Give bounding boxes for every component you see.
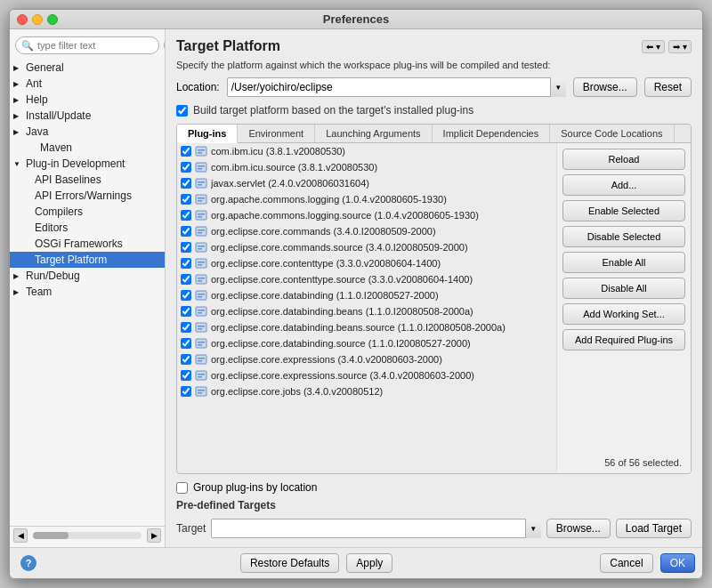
- sidebar-item-api-errors[interactable]: API Errors/Warnings: [10, 188, 165, 204]
- group-checkbox[interactable]: [176, 482, 188, 494]
- search-input[interactable]: [37, 40, 160, 51]
- plugin-name: org.apache.commons.logging (1.0.4.v20080…: [211, 194, 447, 205]
- plugin-checkbox[interactable]: [181, 258, 191, 269]
- svg-rect-22: [198, 262, 205, 263]
- plugin-checkbox[interactable]: [181, 178, 191, 189]
- sidebar-item-compilers[interactable]: Compilers: [10, 204, 165, 220]
- minimize-button[interactable]: [32, 14, 43, 25]
- sidebar-item-maven[interactable]: Maven: [10, 140, 165, 156]
- plugin-checkbox[interactable]: [181, 226, 191, 237]
- sidebar-item-java[interactable]: ▶ Java: [10, 124, 165, 140]
- browse-button[interactable]: Browse...: [573, 77, 637, 97]
- svg-rect-19: [198, 246, 205, 247]
- sidebar-item-run-debug[interactable]: ▶ Run/Debug: [10, 268, 165, 284]
- svg-rect-17: [198, 232, 202, 234]
- plugin-checkbox[interactable]: [181, 306, 191, 317]
- plugin-list[interactable]: com.ibm.icu (3.8.1.v20080530) com.ibm.ic…: [177, 143, 556, 473]
- load-target-button[interactable]: Load Target: [616, 519, 692, 538]
- sidebar-scrollbar[interactable]: [33, 532, 142, 539]
- build-target-checkbox[interactable]: [176, 105, 188, 117]
- info-button[interactable]: ?: [20, 555, 36, 571]
- plugin-icon: [195, 385, 207, 398]
- sidebar-item-target-platform[interactable]: Target Platform: [10, 252, 165, 268]
- sidebar-item-general[interactable]: ▶ General: [10, 60, 165, 76]
- ok-button[interactable]: OK: [660, 553, 695, 573]
- plugin-checkbox[interactable]: [181, 162, 191, 173]
- nav-back-button[interactable]: ⬅ ▾: [642, 40, 665, 53]
- plugin-checkbox[interactable]: [181, 210, 191, 221]
- sidebar-item-osgi[interactable]: OSGi Frameworks: [10, 236, 165, 252]
- plugin-checkbox[interactable]: [181, 354, 191, 365]
- target-browse-button[interactable]: Browse...: [546, 519, 611, 538]
- restore-defaults-button[interactable]: Restore Defaults: [240, 553, 339, 573]
- plugin-checkbox[interactable]: [181, 386, 191, 397]
- location-dropdown-arrow[interactable]: ▼: [550, 77, 566, 97]
- plugin-checkbox[interactable]: [181, 322, 191, 333]
- enable-all-button[interactable]: Enable All: [562, 252, 685, 273]
- plugin-checkbox[interactable]: [181, 338, 191, 349]
- sidebar-item-ant[interactable]: ▶ Ant: [10, 76, 165, 92]
- tab-source-code[interactable]: Source Code Locations: [550, 125, 674, 142]
- tab-implicit[interactable]: Implicit Dependencies: [433, 125, 551, 142]
- plugin-icon: [195, 225, 207, 238]
- search-box[interactable]: 🔍 ✕: [15, 36, 159, 54]
- target-input[interactable]: [211, 519, 540, 538]
- add-button[interactable]: Add...: [562, 174, 685, 196]
- list-item: org.apache.commons.logging (1.0.4.v20080…: [177, 191, 556, 207]
- sidebar-item-label: Ant: [26, 77, 42, 90]
- sidebar-item-editors[interactable]: Editors: [10, 220, 165, 236]
- plugin-checkbox[interactable]: [181, 370, 191, 381]
- list-item: org.eclipse.core.commands (3.4.0.I200805…: [177, 223, 556, 239]
- plugin-checkbox[interactable]: [181, 290, 191, 301]
- cancel-button[interactable]: Cancel: [600, 553, 652, 573]
- predefined-label: Pre-defined Targets: [176, 499, 692, 511]
- apply-button[interactable]: Apply: [346, 553, 392, 573]
- tab-plugins[interactable]: Plug-ins: [177, 125, 238, 143]
- list-item: javax.servlet (2.4.0.v200806031604): [177, 175, 556, 191]
- sidebar-item-api-baselines[interactable]: API Baselines: [10, 172, 165, 188]
- disable-selected-button[interactable]: Disable Selected: [562, 226, 685, 247]
- sidebar-item-plugin-dev[interactable]: ▼ Plug-in Development: [10, 156, 165, 172]
- sidebar-item-label: Install/Update: [26, 109, 91, 122]
- sidebar-item-help[interactable]: ▶ Help: [10, 92, 165, 108]
- sidebar-item-team[interactable]: ▶ Team: [10, 284, 165, 300]
- build-target-label: Build target platform based on the targe…: [193, 104, 473, 117]
- maximize-button[interactable]: [47, 14, 58, 25]
- tab-environment[interactable]: Environment: [238, 125, 315, 142]
- sidebar-item-label: Help: [26, 93, 48, 106]
- reset-button[interactable]: Reset: [644, 77, 692, 97]
- plugin-name: org.eclipse.core.expressions.source (3.4…: [211, 370, 474, 381]
- sidebar: 🔍 ✕ ▶ General ▶ Ant ▶ Help: [10, 29, 166, 547]
- plugin-checkbox[interactable]: [181, 146, 191, 157]
- selection-count: 56 of 56 selected.: [562, 454, 685, 468]
- plugin-checkbox[interactable]: [181, 194, 191, 205]
- add-working-set-button[interactable]: Add Working Set...: [562, 303, 685, 325]
- svg-rect-35: [198, 328, 202, 330]
- sidebar-item-label: API Baselines: [35, 173, 101, 186]
- list-item: org.eclipse.core.databinding.source (1.1…: [177, 335, 556, 351]
- svg-rect-36: [196, 339, 206, 348]
- reload-button[interactable]: Reload: [562, 149, 685, 170]
- plugin-name: org.eclipse.core.jobs (3.4.0.v20080512): [211, 386, 383, 397]
- group-label: Group plug-ins by location: [193, 481, 317, 494]
- svg-rect-24: [196, 275, 206, 284]
- plugin-name: org.eclipse.core.contenttype (3.3.0.v200…: [211, 258, 441, 269]
- arrow-down-icon: ▼: [13, 160, 22, 168]
- target-dropdown-arrow[interactable]: ▼: [525, 519, 541, 538]
- svg-rect-26: [198, 280, 202, 282]
- arrow-icon: ▶: [13, 64, 22, 72]
- disable-all-button[interactable]: Disable All: [562, 278, 685, 299]
- add-required-button[interactable]: Add Required Plug-ins: [562, 329, 685, 350]
- enable-selected-button[interactable]: Enable Selected: [562, 200, 685, 222]
- scroll-left-button[interactable]: ◀: [13, 528, 28, 543]
- predefined-row: Target ▼ Browse... Load Target: [176, 519, 692, 538]
- location-input[interactable]: [227, 77, 566, 97]
- plugin-checkbox[interactable]: [181, 242, 191, 253]
- nav-forward-button[interactable]: ➡ ▾: [668, 40, 692, 53]
- tab-launching[interactable]: Launching Arguments: [315, 125, 432, 142]
- plugin-name: org.eclipse.core.databinding.source (1.1…: [211, 338, 471, 349]
- plugin-checkbox[interactable]: [181, 274, 191, 285]
- sidebar-item-install-update[interactable]: ▶ Install/Update: [10, 108, 165, 124]
- scroll-right-button[interactable]: ▶: [147, 528, 161, 543]
- close-button[interactable]: [17, 14, 28, 25]
